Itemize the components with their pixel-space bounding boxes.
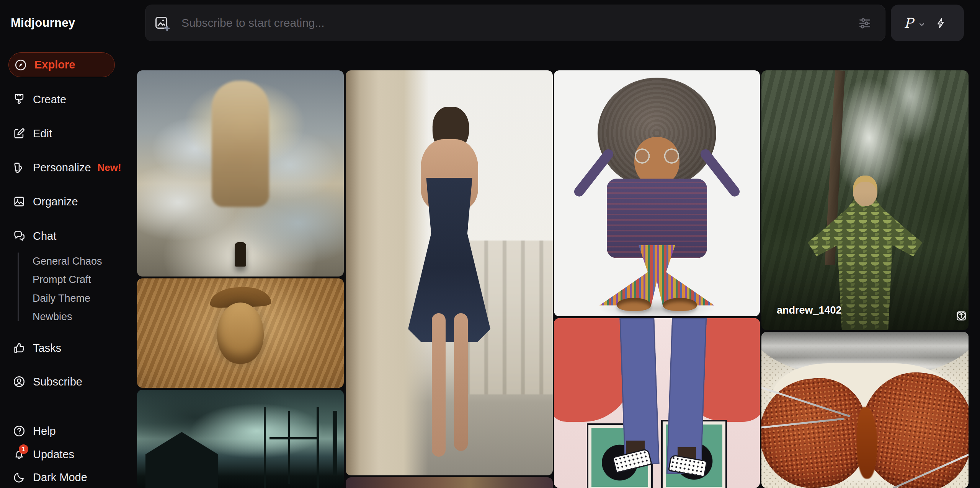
- sidebar-item-label: Help: [33, 425, 56, 438]
- sidebar-item-help[interactable]: Help: [0, 423, 56, 439]
- sidebar-item-label: Create: [33, 93, 66, 106]
- compass-icon: [14, 59, 27, 72]
- sliders-icon[interactable]: [858, 16, 872, 31]
- chat-channel-label: Newbies: [33, 311, 72, 323]
- bell-icon: 1: [13, 448, 26, 461]
- chat-channel-daily-theme[interactable]: Daily Theme: [33, 292, 90, 305]
- gallery-image-speaker-illustration[interactable]: [554, 318, 760, 488]
- profile-initial: P: [904, 15, 913, 31]
- chat-channel-prompt-craft[interactable]: Prompt Craft: [33, 273, 91, 286]
- sidebar-item-explore[interactable]: Explore: [8, 52, 115, 77]
- sidebar-item-label: Personalize: [33, 161, 91, 174]
- gallery-image-dark-harbor[interactable]: [137, 390, 344, 488]
- prompt-bar: [145, 5, 885, 41]
- prompt-input[interactable]: [145, 5, 885, 41]
- sidebar-item-label: Updates: [33, 448, 74, 461]
- glasses-shape: [626, 145, 688, 167]
- sidebar-item-label: Subscribe: [33, 376, 82, 388]
- thumbs-up-icon: [13, 342, 26, 355]
- sidebar-item-tasks[interactable]: Tasks: [0, 340, 61, 356]
- chat-channel-label: Prompt Craft: [33, 274, 91, 286]
- shoe-shape: [663, 298, 697, 311]
- moon-icon: [13, 471, 26, 484]
- user-circle-icon: [13, 375, 26, 388]
- sidebar-item-create[interactable]: Create: [0, 92, 66, 107]
- leg-shape: [454, 313, 468, 451]
- midjourney-app: Midjourney Explore Create: [0, 0, 980, 488]
- lightning-bolt-icon[interactable]: [935, 17, 947, 29]
- leg-shape: [432, 313, 446, 457]
- sidebar-item-dark-mode[interactable]: Dark Mode: [0, 470, 87, 485]
- sidebar-item-label: Organize: [33, 195, 78, 208]
- chat-bubbles-icon: [13, 229, 26, 242]
- chevron-down-icon: [918, 21, 926, 28]
- sidebar-item-chat[interactable]: Chat: [0, 228, 56, 244]
- sidebar-item-label: Tasks: [33, 342, 61, 355]
- gallery-image-blurred-figures[interactable]: [346, 477, 553, 488]
- gallery-image-afro-character[interactable]: [554, 70, 760, 316]
- sidebar-item-updates[interactable]: 1 Updates: [0, 447, 74, 462]
- figure-shape: [235, 242, 246, 267]
- gallery-image-street-portrait[interactable]: [346, 70, 553, 475]
- author-username[interactable]: andrew_1402: [777, 304, 842, 316]
- chat-channel-general-chaos[interactable]: General Chaos: [33, 255, 102, 268]
- gallery-image-leaf-suit[interactable]: andrew_1402: [761, 70, 969, 330]
- masts-silhouette: [230, 407, 344, 488]
- gallery-image-cloud-statue[interactable]: [137, 70, 344, 277]
- profile-menu[interactable]: P: [891, 5, 964, 41]
- sidebar-item-subscribe[interactable]: Subscribe: [0, 374, 82, 389]
- updates-count-badge: 1: [19, 444, 28, 454]
- image-hover-overlay: andrew_1402: [761, 296, 969, 330]
- chat-channels-divider: [18, 252, 19, 321]
- bottom-gradient: [761, 70, 969, 330]
- sidebar-item-label: Edit: [33, 127, 52, 140]
- sidebar-item-label: Explore: [34, 59, 75, 71]
- photo-icon: [13, 195, 26, 208]
- barn-silhouette: [145, 427, 232, 488]
- statue-shape: [212, 81, 269, 207]
- face-shape: [217, 303, 264, 364]
- sidebar: Midjourney Explore Create: [0, 0, 137, 488]
- new-badge: New!: [98, 162, 121, 174]
- pencil-square-icon: [13, 127, 26, 140]
- swatchbook-icon: [13, 161, 26, 174]
- chat-channel-newbies[interactable]: Newbies: [33, 310, 72, 323]
- chat-channel-label: General Chaos: [33, 255, 102, 267]
- paintbrush-icon: [13, 93, 26, 106]
- sidebar-item-label: Dark Mode: [33, 471, 87, 484]
- gallery-image-bronze-relief[interactable]: [137, 278, 344, 388]
- gallery-image-crab-dessert[interactable]: [761, 332, 969, 488]
- sidebar-item-organize[interactable]: Organize: [0, 194, 78, 209]
- chat-channel-label: Daily Theme: [33, 293, 90, 304]
- sidebar-item-edit[interactable]: Edit: [0, 126, 52, 141]
- sidebar-item-personalize[interactable]: Personalize New!: [0, 160, 121, 175]
- sidebar-item-label: Chat: [33, 230, 56, 242]
- shoe-shape: [617, 298, 651, 311]
- midjourney-logo[interactable]: Midjourney: [11, 16, 75, 30]
- question-circle-icon: [13, 425, 26, 438]
